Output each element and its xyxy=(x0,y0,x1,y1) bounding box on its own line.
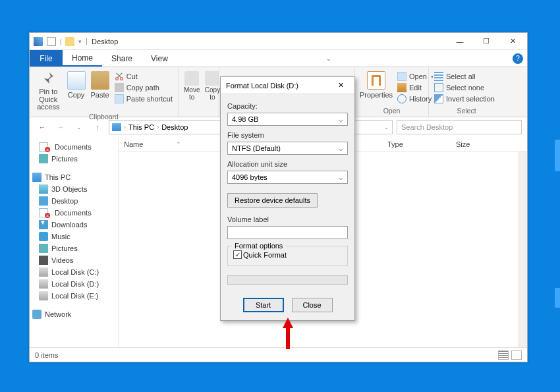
quick-format-checkbox[interactable]: ✓ xyxy=(233,250,242,259)
format-progress-bar xyxy=(227,275,348,285)
filesystem-select[interactable]: NTFS (Default) xyxy=(227,142,348,155)
copy-path-button[interactable]: Copy path xyxy=(113,82,174,93)
breadcrumb-segment[interactable]: Desktop xyxy=(161,123,188,131)
invert-selection-icon xyxy=(434,94,443,103)
back-button[interactable]: ← xyxy=(35,120,49,134)
nav-item-music[interactable]: Music xyxy=(30,231,118,242)
column-size[interactable]: Size xyxy=(451,140,503,148)
up-button[interactable]: ↑ xyxy=(90,120,105,134)
dialog-close-button-2[interactable]: Close xyxy=(292,298,333,312)
nav-item-network[interactable]: Network xyxy=(30,308,118,320)
select-none-button[interactable]: Select none xyxy=(433,82,496,93)
status-bar: 0 items xyxy=(30,347,527,362)
nav-item-desktop[interactable]: Desktop xyxy=(30,195,118,207)
dialog-close-button[interactable]: ✕ xyxy=(332,78,349,93)
music-icon xyxy=(39,232,48,241)
pictures-icon xyxy=(39,154,48,163)
properties-icon xyxy=(367,71,385,90)
app-icon xyxy=(34,37,43,46)
downloads-icon xyxy=(39,220,48,229)
svg-point-1 xyxy=(120,78,123,80)
edit-icon xyxy=(397,83,406,92)
maximize-button[interactable]: ☐ xyxy=(473,33,499,50)
copy-button[interactable]: Copy xyxy=(66,70,87,100)
videos-icon xyxy=(39,256,48,265)
error-badge-icon: × xyxy=(45,147,50,152)
copy-icon xyxy=(67,71,86,90)
paste-icon xyxy=(91,71,109,90)
vertical-scrollbar[interactable] xyxy=(518,152,527,347)
search-input[interactable]: Search Desktop xyxy=(397,120,522,134)
navigation-pane[interactable]: × Documents Pictures This PC 3D Objects … xyxy=(30,137,119,347)
group-label-open: Open xyxy=(359,107,424,115)
scissors-icon xyxy=(115,72,124,81)
recent-locations-button[interactable]: ⌄ xyxy=(72,120,86,134)
copy-path-icon xyxy=(115,83,124,92)
paste-shortcut-button[interactable]: Paste shortcut xyxy=(113,94,174,104)
nav-item-e-drive[interactable]: Local Disk (E:) xyxy=(30,290,118,302)
filesystem-label: File system xyxy=(227,131,348,139)
select-all-button[interactable]: Select all xyxy=(433,71,496,82)
close-button[interactable]: ✕ xyxy=(499,33,526,50)
tab-file[interactable]: File xyxy=(30,50,63,67)
pin-icon xyxy=(40,71,56,87)
qa-icon-2[interactable] xyxy=(47,37,56,46)
quick-format-label: Quick Format xyxy=(243,251,287,259)
history-icon xyxy=(397,94,406,103)
nav-item-pictures-2[interactable]: Pictures xyxy=(30,242,118,254)
tab-view[interactable]: View xyxy=(142,50,177,67)
hdd-icon xyxy=(39,291,48,300)
folder-icon xyxy=(65,37,74,46)
nav-item-downloads[interactable]: Downloads xyxy=(30,219,118,231)
nav-item-documents-2[interactable]: ×Documents xyxy=(30,207,118,219)
hdd-icon xyxy=(39,267,48,277)
restore-defaults-button[interactable]: Restore device defaults xyxy=(227,193,318,208)
select-none-icon xyxy=(434,83,443,92)
help-icon[interactable]: ? xyxy=(513,53,523,64)
capacity-select[interactable]: 4.98 GB xyxy=(227,113,348,126)
cut-button[interactable]: Cut xyxy=(113,71,174,82)
select-all-icon xyxy=(434,72,443,81)
nav-item-this-pc[interactable]: This PC xyxy=(30,171,118,183)
network-icon xyxy=(32,310,42,319)
pictures-icon xyxy=(39,244,48,253)
edge-decoration xyxy=(555,140,560,171)
allocation-select[interactable]: 4096 bytes xyxy=(227,171,348,184)
ribbon-tabs: File Home Share View ⌄ ? xyxy=(30,50,527,67)
pc-icon xyxy=(112,123,121,131)
start-button[interactable]: Start xyxy=(243,298,284,312)
chevron-down-icon[interactable]: ▾ xyxy=(78,38,82,45)
invert-selection-button[interactable]: Invert selection xyxy=(433,94,496,104)
move-to-button[interactable]: Move to xyxy=(182,70,201,102)
capacity-label: Capacity: xyxy=(227,102,348,110)
tab-share[interactable]: Share xyxy=(102,50,142,67)
nav-item-3d-objects[interactable]: 3D Objects xyxy=(30,183,118,195)
column-type[interactable]: Type xyxy=(382,140,451,148)
nav-item-documents[interactable]: × Documents xyxy=(30,141,118,153)
paste-shortcut-icon xyxy=(115,94,124,103)
nav-item-c-drive[interactable]: Local Disk (C:) xyxy=(30,266,118,278)
ribbon-collapse-icon[interactable]: ⌄ xyxy=(322,55,335,62)
nav-item-pictures[interactable]: Pictures xyxy=(30,153,118,165)
volume-label-input[interactable] xyxy=(227,226,348,239)
svg-point-0 xyxy=(115,78,118,80)
group-label-select: Select xyxy=(433,107,500,115)
allocation-label: Allocation unit size xyxy=(227,160,348,168)
dialog-title: Format Local Disk (D:) xyxy=(226,82,298,90)
tab-home[interactable]: Home xyxy=(63,50,102,67)
minimize-button[interactable]: — xyxy=(447,33,473,50)
paste-button[interactable]: Paste xyxy=(90,70,111,100)
format-options-legend: Format options xyxy=(232,242,285,250)
nav-item-d-drive[interactable]: Local Disk (D:) xyxy=(30,278,118,290)
3d-objects-icon xyxy=(39,184,48,194)
desktop-icon xyxy=(39,196,48,206)
breadcrumb-segment[interactable]: This PC xyxy=(128,123,154,131)
nav-item-videos[interactable]: Videos xyxy=(30,254,118,266)
icons-view-button[interactable] xyxy=(511,350,522,360)
properties-button[interactable]: Properties xyxy=(359,70,393,100)
pin-to-quick-access-button[interactable]: Pin to Quick access xyxy=(34,70,63,113)
forward-button[interactable]: → xyxy=(53,120,68,134)
sort-caret-icon[interactable]: ⌃ xyxy=(176,141,181,148)
copy-to-button[interactable]: Copy to xyxy=(204,70,221,102)
details-view-button[interactable] xyxy=(498,350,509,360)
